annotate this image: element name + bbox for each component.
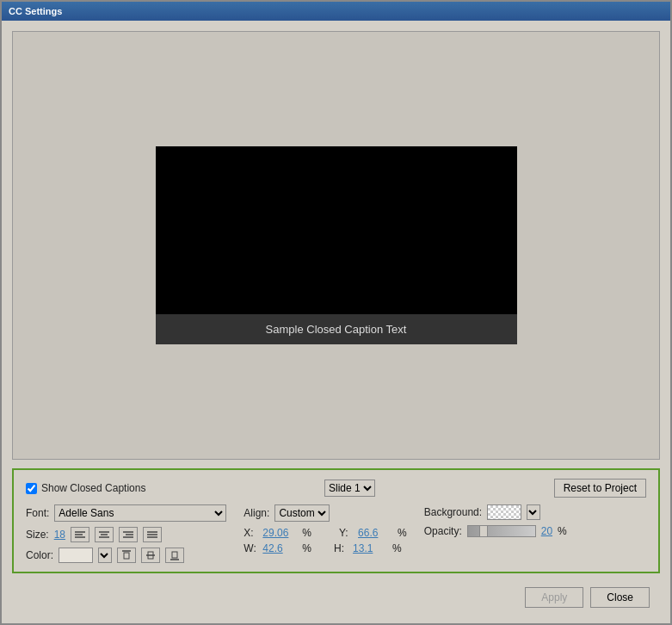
valign-middle-button[interactable]: [141, 548, 160, 563]
w-value[interactable]: 42.6: [262, 542, 297, 554]
h-label: H:: [334, 542, 348, 554]
title-bar: CC Settings: [2, 2, 670, 21]
show-captions-label[interactable]: Show Closed Captions: [26, 482, 145, 494]
align-select[interactable]: Custom Center Left Right: [274, 504, 330, 522]
y-value[interactable]: 66.6: [358, 527, 392, 539]
reset-to-project-button[interactable]: Reset to Project: [554, 479, 646, 498]
color-label: Color:: [26, 549, 53, 561]
background-swatch[interactable]: [487, 504, 521, 520]
svg-rect-17: [172, 552, 177, 558]
video-preview: Sample Closed Caption Text: [156, 146, 517, 344]
window-content: Sample Closed Caption Text Show Closed C…: [2, 21, 670, 623]
size-value[interactable]: 18: [54, 529, 65, 541]
color-swatch[interactable]: [59, 548, 93, 563]
color-row: Color:: [26, 548, 226, 563]
font-label: Font:: [26, 507, 49, 519]
w-percent: %: [302, 542, 311, 554]
background-label: Background:: [424, 506, 482, 518]
size-row: Size: 18: [26, 527, 226, 542]
middle-col: Align: Custom Center Left Right X: 29.06: [244, 504, 406, 554]
font-row: Font: Adelle Sans Arial Times New Roman: [26, 504, 226, 522]
left-col: Font: Adelle Sans Arial Times New Roman …: [26, 504, 226, 563]
x-percent: %: [302, 527, 311, 539]
w-label: W:: [244, 542, 257, 554]
controls-main: Font: Adelle Sans Arial Times New Roman …: [26, 504, 646, 563]
align-justify-icon: [147, 530, 157, 539]
x-label: X:: [244, 527, 257, 539]
align-label: Align:: [244, 507, 269, 519]
apply-button[interactable]: Apply: [525, 587, 583, 608]
y-label: Y:: [339, 527, 353, 539]
align-right-icon: [123, 530, 133, 539]
close-button[interactable]: Close: [590, 587, 650, 608]
opacity-label: Opacity:: [424, 525, 462, 537]
bottom-row: Apply Close: [12, 582, 660, 613]
align-right-button[interactable]: [119, 527, 138, 542]
h-percent: %: [392, 542, 402, 554]
valign-top-button[interactable]: [117, 548, 136, 563]
align-center-icon: [99, 530, 109, 539]
opacity-slider[interactable]: [467, 525, 536, 537]
controls-panel: Show Closed Captions Slide 1 Slide 2 Sli…: [12, 468, 660, 573]
valign-bottom-icon: [170, 550, 180, 560]
main-window: CC Settings Sample Closed Caption Text S…: [0, 0, 672, 625]
window-title: CC Settings: [9, 6, 62, 16]
opacity-value[interactable]: 20: [541, 525, 552, 537]
align-center-button[interactable]: [95, 527, 114, 542]
align-left-button[interactable]: [71, 527, 89, 542]
x-row: X: 29.06 % Y: 66.6 %: [244, 527, 406, 539]
caption-bar: Sample Closed Caption Text: [156, 314, 517, 344]
show-captions-checkbox[interactable]: [26, 483, 37, 494]
align-justify-button[interactable]: [143, 527, 162, 542]
caption-text: Sample Closed Caption Text: [266, 323, 407, 336]
valign-bottom-button[interactable]: [165, 548, 184, 563]
preview-area: Sample Closed Caption Text: [12, 31, 660, 460]
y-percent: %: [398, 527, 407, 539]
valign-middle-icon: [145, 550, 156, 560]
x-value[interactable]: 29.06: [262, 527, 297, 539]
slide-select-group: Slide 1 Slide 2 Slide 3: [324, 480, 375, 497]
video-black: [156, 146, 517, 314]
font-select[interactable]: Adelle Sans Arial Times New Roman: [54, 504, 226, 522]
top-controls-row: Show Closed Captions Slide 1 Slide 2 Sli…: [26, 479, 646, 498]
color-dropdown[interactable]: [98, 548, 112, 563]
right-col: Background: Opacity: 20 %: [424, 504, 567, 537]
valign-top-icon: [121, 550, 132, 560]
opacity-row: Opacity: 20 %: [424, 525, 567, 537]
background-dropdown[interactable]: [527, 504, 540, 520]
opacity-percent: %: [558, 525, 567, 537]
slide-select[interactable]: Slide 1 Slide 2 Slide 3: [324, 480, 375, 497]
wh-row: W: 42.6 % H: 13.1 %: [244, 542, 406, 554]
align-left-icon: [75, 530, 85, 539]
coord-group: X: 29.06 % Y: 66.6 % W: 42.6 %: [244, 527, 406, 554]
svg-rect-13: [124, 553, 129, 559]
h-value[interactable]: 13.1: [353, 542, 387, 554]
size-label: Size:: [26, 529, 49, 541]
align-row: Align: Custom Center Left Right: [244, 504, 406, 522]
background-row: Background:: [424, 504, 567, 520]
